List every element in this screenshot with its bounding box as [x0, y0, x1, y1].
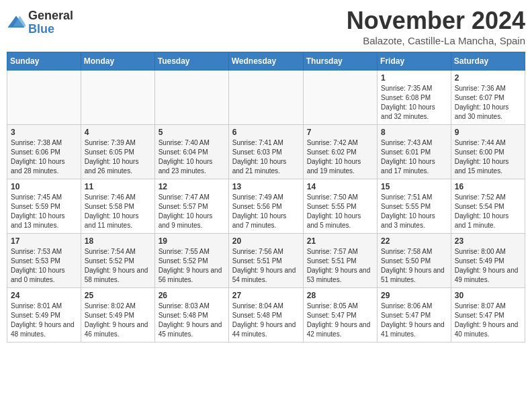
day-number: 23 — [455, 236, 521, 246]
day-number: 9 — [455, 128, 521, 137]
day-number: 22 — [381, 236, 447, 246]
calendar-cell: 16Sunrise: 7:52 AMSunset: 5:54 PMDayligh… — [451, 179, 525, 234]
day-number: 14 — [307, 182, 373, 191]
day-info: Sunrise: 7:57 AMSunset: 5:51 PMDaylight:… — [307, 247, 373, 285]
calendar-cell: 4Sunrise: 7:39 AMSunset: 6:05 PMDaylight… — [81, 125, 154, 179]
day-number: 19 — [159, 236, 225, 246]
day-info: Sunrise: 7:54 AMSunset: 5:52 PMDaylight:… — [85, 247, 151, 285]
day-number: 18 — [85, 236, 151, 246]
weekday-header-wednesday: Wednesday — [228, 52, 303, 71]
calendar-cell: 22Sunrise: 7:58 AMSunset: 5:50 PMDayligh… — [378, 234, 451, 288]
calendar-cell: 2Sunrise: 7:36 AMSunset: 6:07 PMDaylight… — [451, 71, 525, 125]
day-number: 16 — [455, 182, 521, 191]
day-number: 24 — [11, 291, 77, 300]
day-number: 10 — [11, 182, 77, 191]
day-info: Sunrise: 7:51 AMSunset: 5:55 PMDaylight:… — [381, 193, 447, 230]
day-info: Sunrise: 7:49 AMSunset: 5:56 PMDaylight:… — [232, 193, 300, 230]
calendar-week-row: 24Sunrise: 8:01 AMSunset: 5:49 PMDayligh… — [7, 288, 525, 342]
day-number: 20 — [232, 236, 300, 246]
calendar-cell: 20Sunrise: 7:56 AMSunset: 5:51 PMDayligh… — [228, 234, 303, 288]
day-info: Sunrise: 7:36 AMSunset: 6:07 PMDaylight:… — [455, 84, 521, 122]
calendar-cell: 21Sunrise: 7:57 AMSunset: 5:51 PMDayligh… — [303, 234, 377, 288]
calendar-cell: 27Sunrise: 8:04 AMSunset: 5:48 PMDayligh… — [228, 288, 303, 342]
day-info: Sunrise: 7:53 AMSunset: 5:53 PMDaylight:… — [11, 247, 77, 285]
day-info: Sunrise: 7:45 AMSunset: 5:59 PMDaylight:… — [11, 193, 77, 230]
calendar-cell: 19Sunrise: 7:55 AMSunset: 5:52 PMDayligh… — [154, 234, 228, 288]
day-number: 17 — [11, 236, 77, 246]
page-header: General Blue November 2024 Balazote, Cas… — [7, 7, 525, 46]
day-number: 29 — [381, 291, 447, 300]
calendar-cell: 28Sunrise: 8:05 AMSunset: 5:47 PMDayligh… — [303, 288, 377, 342]
day-number: 26 — [159, 291, 225, 300]
day-info: Sunrise: 7:52 AMSunset: 5:54 PMDaylight:… — [455, 193, 521, 230]
day-number: 8 — [381, 128, 447, 137]
weekday-header-thursday: Thursday — [303, 52, 377, 71]
calendar-cell: 24Sunrise: 8:01 AMSunset: 5:49 PMDayligh… — [7, 288, 81, 342]
day-info: Sunrise: 8:06 AMSunset: 5:47 PMDaylight:… — [381, 302, 447, 339]
day-info: Sunrise: 7:42 AMSunset: 6:02 PMDaylight:… — [307, 138, 373, 176]
calendar-cell: 25Sunrise: 8:02 AMSunset: 5:49 PMDayligh… — [81, 288, 154, 342]
calendar-cell: 6Sunrise: 7:41 AMSunset: 6:03 PMDaylight… — [228, 125, 303, 179]
day-info: Sunrise: 7:41 AMSunset: 6:03 PMDaylight:… — [232, 138, 300, 176]
calendar-cell: 14Sunrise: 7:50 AMSunset: 5:55 PMDayligh… — [303, 179, 377, 234]
day-info: Sunrise: 8:02 AMSunset: 5:49 PMDaylight:… — [85, 302, 151, 339]
day-info: Sunrise: 7:47 AMSunset: 5:57 PMDaylight:… — [159, 193, 225, 230]
day-number: 6 — [232, 128, 300, 137]
day-info: Sunrise: 7:46 AMSunset: 5:58 PMDaylight:… — [85, 193, 151, 230]
calendar-cell: 3Sunrise: 7:38 AMSunset: 6:06 PMDaylight… — [7, 125, 81, 179]
day-info: Sunrise: 7:50 AMSunset: 5:55 PMDaylight:… — [307, 193, 373, 230]
day-number: 12 — [159, 182, 225, 191]
logo: General Blue — [7, 9, 73, 36]
calendar-cell: 26Sunrise: 8:03 AMSunset: 5:48 PMDayligh… — [154, 288, 228, 342]
day-number: 11 — [85, 182, 151, 191]
calendar-cell: 29Sunrise: 8:06 AMSunset: 5:47 PMDayligh… — [378, 288, 451, 342]
day-info: Sunrise: 7:35 AMSunset: 6:08 PMDaylight:… — [381, 84, 447, 122]
title-area: November 2024 Balazote, Castille-La Manc… — [347, 7, 525, 46]
calendar-cell: 11Sunrise: 7:46 AMSunset: 5:58 PMDayligh… — [81, 179, 154, 234]
day-info: Sunrise: 7:56 AMSunset: 5:51 PMDaylight:… — [232, 247, 300, 285]
weekday-header-tuesday: Tuesday — [154, 52, 228, 71]
day-info: Sunrise: 7:44 AMSunset: 6:00 PMDaylight:… — [455, 138, 521, 176]
day-number: 4 — [85, 128, 151, 137]
day-info: Sunrise: 7:40 AMSunset: 6:04 PMDaylight:… — [159, 138, 225, 176]
day-number: 21 — [307, 236, 373, 246]
calendar-header-row: SundayMondayTuesdayWednesdayThursdayFrid… — [7, 52, 525, 71]
calendar-cell: 13Sunrise: 7:49 AMSunset: 5:56 PMDayligh… — [228, 179, 303, 234]
logo-blue-text: Blue — [28, 23, 73, 36]
day-number: 27 — [232, 291, 300, 300]
calendar-week-row: 3Sunrise: 7:38 AMSunset: 6:06 PMDaylight… — [7, 125, 525, 179]
calendar-week-row: 1Sunrise: 7:35 AMSunset: 6:08 PMDaylight… — [7, 71, 525, 125]
logo-general-text: General — [28, 9, 73, 23]
day-number: 1 — [381, 73, 447, 83]
day-number: 30 — [455, 291, 521, 300]
day-info: Sunrise: 7:38 AMSunset: 6:06 PMDaylight:… — [11, 138, 77, 176]
month-title: November 2024 — [347, 7, 525, 35]
calendar-cell: 8Sunrise: 7:43 AMSunset: 6:01 PMDaylight… — [378, 125, 451, 179]
weekday-header-friday: Friday — [378, 52, 451, 71]
day-info: Sunrise: 7:58 AMSunset: 5:50 PMDaylight:… — [381, 247, 447, 285]
calendar-cell: 23Sunrise: 8:00 AMSunset: 5:49 PMDayligh… — [451, 234, 525, 288]
day-info: Sunrise: 8:07 AMSunset: 5:47 PMDaylight:… — [455, 302, 521, 339]
calendar-cell — [303, 71, 377, 125]
day-number: 13 — [232, 182, 300, 191]
day-info: Sunrise: 8:01 AMSunset: 5:49 PMDaylight:… — [11, 302, 77, 339]
calendar-cell — [7, 71, 81, 125]
calendar-cell: 1Sunrise: 7:35 AMSunset: 6:08 PMDaylight… — [378, 71, 451, 125]
day-info: Sunrise: 8:04 AMSunset: 5:48 PMDaylight:… — [232, 302, 300, 339]
calendar-cell: 5Sunrise: 7:40 AMSunset: 6:04 PMDaylight… — [154, 125, 228, 179]
calendar-cell: 10Sunrise: 7:45 AMSunset: 5:59 PMDayligh… — [7, 179, 81, 234]
calendar-cell — [228, 71, 303, 125]
calendar-cell: 15Sunrise: 7:51 AMSunset: 5:55 PMDayligh… — [378, 179, 451, 234]
day-info: Sunrise: 8:05 AMSunset: 5:47 PMDaylight:… — [307, 302, 373, 339]
calendar-cell — [154, 71, 228, 125]
calendar-cell: 9Sunrise: 7:44 AMSunset: 6:00 PMDaylight… — [451, 125, 525, 179]
calendar-week-row: 10Sunrise: 7:45 AMSunset: 5:59 PMDayligh… — [7, 179, 525, 234]
weekday-header-saturday: Saturday — [451, 52, 525, 71]
day-number: 2 — [455, 73, 521, 83]
day-number: 15 — [381, 182, 447, 191]
calendar-cell: 12Sunrise: 7:47 AMSunset: 5:57 PMDayligh… — [154, 179, 228, 234]
day-number: 28 — [307, 291, 373, 300]
location-title: Balazote, Castille-La Mancha, Spain — [347, 35, 525, 46]
calendar-week-row: 17Sunrise: 7:53 AMSunset: 5:53 PMDayligh… — [7, 234, 525, 288]
calendar-cell — [81, 71, 154, 125]
